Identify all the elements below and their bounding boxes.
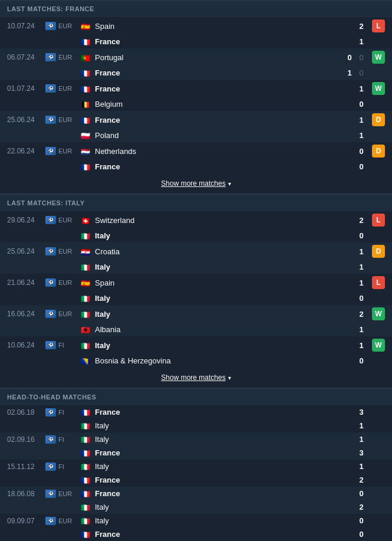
match-block: 16.06.24 ⚽ EUR 🇮🇹 Italy 2 W 🇦🇱 Alb (0, 305, 392, 336)
flag-1: 🇫🇷 (81, 490, 91, 497)
team-info-2: 🇮🇹 Italy (81, 231, 355, 240)
team-name-1: Italy (95, 435, 109, 444)
team-info-1: 🇮🇹 Italy (81, 435, 355, 444)
team-name-2: France (95, 162, 120, 171)
team-info-1: 🇫🇷 France (81, 489, 355, 498)
score-1: 0 (344, 53, 355, 62)
match-date: 01.07.24 (7, 84, 45, 93)
team-name-2: Italy (95, 231, 110, 240)
team-row-1: 02.09.16 ⚽ FI 🇮🇹 Italy 1 (0, 432, 392, 446)
team-info-2: 🇮🇹 Italy (81, 263, 355, 271)
team-info-2: 🇫🇷 France (81, 162, 355, 171)
match-date: 10.07.24 (7, 22, 45, 30)
comp-icon: ⚽ (45, 435, 56, 444)
flag-2: 🇫🇷 (81, 449, 91, 457)
flag-2: 🇮🇹 (81, 232, 91, 240)
flag-1: 🇮🇹 (81, 463, 91, 470)
score-2: 1 (355, 37, 367, 46)
match-date: 09.09.07 (7, 517, 45, 525)
score-2: 1 (355, 325, 367, 334)
team-row-2: 🇫🇷 France 1 (0, 35, 392, 48)
score-2: 0 (355, 356, 367, 365)
comp-icon: ⚽ (45, 278, 56, 287)
team-row-1: 18.06.08 ⚽ EUR 🇫🇷 France 0 (0, 487, 392, 500)
team-info-2: 🇫🇷 France (81, 37, 355, 46)
show-more-button[interactable]: Show more matches ▾ (0, 368, 392, 388)
flag-1: 🇮🇹 (81, 310, 91, 318)
team-row-2: 🇫🇷 France 3 (0, 446, 392, 460)
team-row-1: 16.06.24 ⚽ EUR 🇮🇹 Italy 2 W (0, 305, 392, 323)
team-name-2: Italy (95, 503, 109, 512)
flag-1: 🇭🇷 (81, 248, 91, 255)
team-info-1: 🇵🇹 Portugal (81, 53, 344, 62)
team-row-1: 15.11.12 ⚽ FI 🇮🇹 Italy 1 (0, 460, 392, 473)
team-row-2: 🇫🇷 France 1 0 (0, 66, 392, 80)
match-group: 10.07.24 ⚽ EUR 🇪🇸 Spain 2 L 🇫🇷 Fra (0, 17, 392, 194)
flag-2: 🇵🇱 (81, 132, 91, 139)
match-block: 06.07.24 ⚽ EUR 🇵🇹 Portugal 0 0 W 🇫🇷 (0, 48, 392, 80)
team-info-1: 🇫🇷 France (81, 408, 355, 417)
match-block: 25.06.24 ⚽ EUR 🇭🇷 Croatia 1 D 🇮🇹 I (0, 242, 392, 274)
team-name-1: Italy (95, 310, 110, 319)
match-block: 25.06.24 ⚽ EUR 🇫🇷 France 1 D 🇵🇱 Po (0, 111, 392, 142)
comp-label: EUR (58, 116, 72, 123)
team-name-2: Italy (95, 421, 109, 430)
team-name-1: Italy (95, 516, 109, 525)
flag-2: 🇫🇷 (81, 69, 91, 77)
show-more-button[interactable]: Show more matches ▾ (0, 173, 392, 194)
team-info-1: 🇫🇷 France (81, 116, 355, 124)
match-competition: ⚽ EUR (45, 490, 81, 498)
team-info-2: 🇧🇪 Belgium (81, 100, 355, 109)
comp-icon: ⚽ (45, 84, 56, 93)
team-row-2: 🇵🇱 Poland 1 (0, 129, 392, 142)
match-block: 10.06.24 ⚽ FI 🇮🇹 Italy 1 W 🇧🇦 Bosn (0, 336, 392, 368)
score-1: 1 (355, 278, 367, 287)
team-row-1: 10.07.24 ⚽ EUR 🇪🇸 Spain 2 L (0, 17, 392, 35)
comp-icon: ⚽ (45, 116, 56, 124)
match-competition: ⚽ FI (45, 408, 81, 417)
score-2: 0 (355, 162, 367, 171)
result-badge: L (372, 276, 385, 289)
team-row-1: 01.07.24 ⚽ EUR 🇫🇷 France 1 W (0, 80, 392, 97)
match-block: 21.06.24 ⚽ EUR 🇪🇸 Spain 1 L 🇮🇹 Ita (0, 274, 392, 305)
team-info-2: 🇫🇷 France (81, 448, 355, 457)
team-name-2: France (95, 68, 120, 77)
comp-label: EUR (58, 310, 72, 317)
team-row-1: 10.06.24 ⚽ FI 🇮🇹 Italy 1 W (0, 336, 392, 354)
match-date: 29.06.24 (7, 216, 45, 224)
team-info-2: 🇫🇷 France (81, 530, 355, 539)
team-info-1: 🇪🇸 Spain (81, 22, 355, 31)
match-block: 18.06.08 ⚽ EUR 🇫🇷 France 0 🇮🇹 Ita (0, 487, 392, 514)
flag-2: 🇮🇹 (81, 294, 91, 302)
team-name-2: Bosnia & Herzegovina (95, 356, 171, 365)
score-1: 1 (355, 116, 367, 124)
match-competition: ⚽ EUR (45, 22, 81, 30)
match-competition: ⚽ EUR (45, 517, 81, 525)
match-competition: ⚽ EUR (45, 116, 81, 124)
result-badge: W (372, 51, 385, 64)
score-2: 2 (355, 503, 367, 512)
match-block: 29.06.24 ⚽ EUR 🇨🇭 Switzerland 2 L 🇮🇹 (0, 211, 392, 242)
comp-icon: ⚽ (45, 341, 56, 349)
result-badge: D (372, 145, 385, 158)
score-1: 1 (355, 247, 367, 256)
match-competition: ⚽ EUR (45, 310, 81, 318)
team-row-1: 29.06.24 ⚽ EUR 🇨🇭 Switzerland 2 L (0, 211, 392, 229)
score-2: 1 (355, 421, 367, 430)
comp-icon: ⚽ (45, 216, 56, 224)
comp-label: EUR (58, 490, 72, 497)
team-row-2: 🇧🇦 Bosnia & Herzegovina 0 (0, 354, 392, 368)
match-date: 25.06.24 (7, 247, 45, 255)
show-more-label: Show more matches (161, 179, 225, 188)
match-block: 09.09.07 ⚽ EUR 🇮🇹 Italy 0 🇫🇷 Fran (0, 514, 392, 541)
h2h-header: HEAD-TO-HEAD MATCHES (0, 388, 392, 405)
team-name-2: France (95, 448, 120, 457)
team-row-1: 25.06.24 ⚽ EUR 🇫🇷 France 1 D (0, 111, 392, 129)
comp-icon: ⚽ (45, 490, 56, 498)
flag-1: 🇪🇸 (81, 279, 91, 287)
flag-1: 🇨🇭 (81, 217, 91, 224)
score-1: 2 (355, 216, 367, 225)
match-block: 10.07.24 ⚽ EUR 🇪🇸 Spain 2 L 🇫🇷 Fra (0, 17, 392, 48)
score-extra: 0 (355, 68, 367, 77)
team-name-1: Spain (95, 278, 114, 287)
